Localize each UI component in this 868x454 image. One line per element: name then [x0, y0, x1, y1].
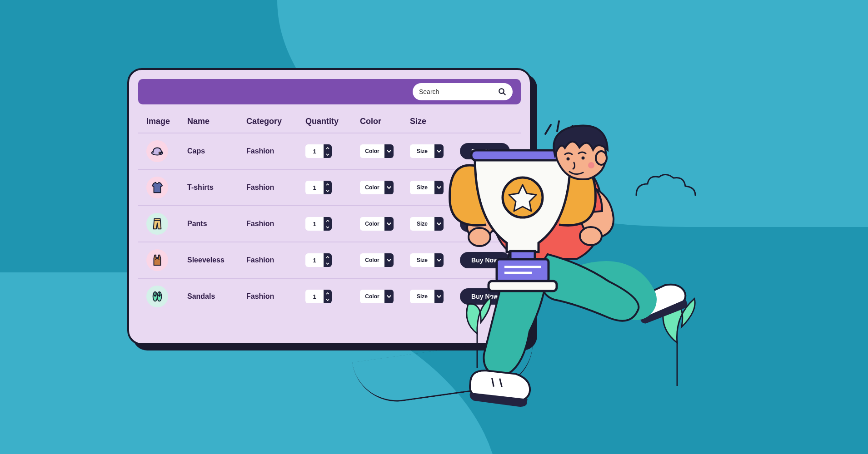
topbar: Search	[138, 79, 521, 104]
chevron-down-icon[interactable]	[324, 260, 332, 267]
product-name: Sandals	[187, 292, 246, 301]
color-select[interactable]: Color	[360, 181, 394, 194]
color-select-label: Color	[360, 217, 384, 231]
quantity-stepper[interactable]: 1	[305, 181, 332, 194]
quantity-value: 1	[305, 181, 324, 194]
svg-point-21	[596, 151, 607, 165]
chevron-down-icon[interactable]	[324, 151, 332, 158]
size-select[interactable]: Size	[410, 181, 444, 194]
color-cell: Color	[360, 144, 410, 158]
quantity-value: 1	[305, 217, 324, 231]
col-image: Image	[146, 117, 187, 126]
chevron-up-icon[interactable]	[324, 181, 332, 188]
color-select[interactable]: Color	[360, 253, 394, 267]
color-select-label: Color	[360, 181, 384, 194]
quantity-cell: 1	[305, 144, 360, 158]
product-category: Fashion	[246, 256, 305, 264]
search-input[interactable]: Search	[413, 83, 513, 100]
tshirt-icon	[146, 177, 168, 198]
character-illustration	[441, 118, 723, 454]
quantity-cell: 1	[305, 253, 360, 267]
pants-icon	[146, 213, 168, 235]
color-select[interactable]: Color	[360, 290, 394, 303]
svg-rect-18	[489, 281, 557, 291]
quantity-stepper[interactable]: 1	[305, 144, 332, 158]
color-select[interactable]: Color	[360, 144, 394, 158]
col-quantity: Quantity	[305, 117, 360, 126]
quantity-cell: 1	[305, 290, 360, 303]
color-cell: Color	[360, 290, 410, 303]
chevron-down-icon	[384, 253, 394, 267]
color-select-label: Color	[360, 290, 384, 303]
col-category: Category	[246, 117, 305, 126]
quantity-stepper[interactable]: 1	[305, 217, 332, 231]
quantity-stepper[interactable]: 1	[305, 290, 332, 303]
size-select[interactable]: Size	[410, 144, 444, 158]
color-cell: Color	[360, 181, 410, 194]
chevron-down-icon	[384, 144, 394, 158]
size-select-label: Size	[410, 217, 434, 231]
quantity-stepper[interactable]: 1	[305, 253, 332, 267]
chevron-down-icon[interactable]	[324, 296, 332, 303]
chevron-up-icon[interactable]	[324, 290, 332, 296]
quantity-value: 1	[305, 290, 324, 303]
svg-point-24	[588, 162, 594, 168]
product-image-cell	[146, 249, 187, 271]
chevron-up-icon[interactable]	[324, 253, 332, 260]
product-category: Fashion	[246, 220, 305, 228]
color-select-label: Color	[360, 144, 384, 158]
chevron-down-icon[interactable]	[324, 224, 332, 231]
svg-line-1	[503, 93, 505, 95]
chevron-down-icon	[384, 290, 394, 303]
color-cell: Color	[360, 253, 410, 267]
product-name: T-shirts	[187, 183, 246, 192]
quantity-cell: 1	[305, 181, 360, 194]
size-select[interactable]: Size	[410, 290, 444, 303]
svg-point-22	[567, 158, 570, 161]
quantity-value: 1	[305, 144, 324, 158]
search-placeholder: Search	[419, 88, 439, 95]
chevron-down-icon	[384, 181, 394, 194]
chevron-up-icon[interactable]	[324, 144, 332, 151]
col-name: Name	[187, 117, 246, 126]
svg-rect-17	[497, 259, 549, 282]
chevron-down-icon	[384, 217, 394, 231]
search-icon	[498, 88, 506, 96]
sleeveless-icon	[146, 249, 168, 271]
product-name: Caps	[187, 147, 246, 155]
product-category: Fashion	[246, 147, 305, 155]
size-select[interactable]: Size	[410, 253, 444, 267]
quantity-cell: 1	[305, 217, 360, 231]
col-color: Color	[360, 117, 410, 126]
sandals-icon	[146, 286, 168, 307]
color-cell: Color	[360, 217, 410, 231]
product-image-cell	[146, 213, 187, 235]
chevron-down-icon[interactable]	[324, 188, 332, 194]
svg-point-3	[159, 152, 161, 154]
cap-icon	[146, 140, 168, 162]
product-category: Fashion	[246, 292, 305, 301]
color-select-label: Color	[360, 253, 384, 267]
color-select[interactable]: Color	[360, 217, 394, 231]
svg-point-12	[469, 228, 490, 246]
size-select-label: Size	[410, 253, 434, 267]
product-name: Pants	[187, 220, 246, 228]
size-select[interactable]: Size	[410, 217, 444, 231]
quantity-value: 1	[305, 253, 324, 267]
size-select-label: Size	[410, 290, 434, 303]
chevron-up-icon[interactable]	[324, 217, 332, 224]
product-name: Sleeveless	[187, 256, 246, 264]
size-select-label: Size	[410, 144, 434, 158]
product-image-cell	[146, 286, 187, 307]
product-image-cell	[146, 140, 187, 162]
size-select-label: Size	[410, 181, 434, 194]
svg-point-23	[582, 157, 585, 160]
svg-rect-16	[510, 251, 535, 259]
product-image-cell	[146, 177, 187, 198]
svg-point-13	[580, 227, 602, 245]
product-category: Fashion	[246, 183, 305, 192]
